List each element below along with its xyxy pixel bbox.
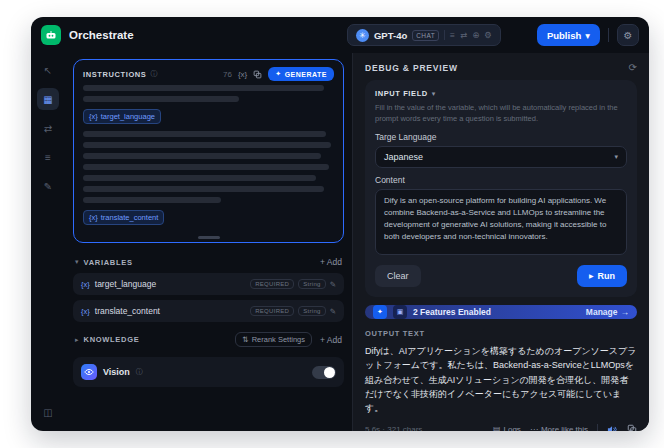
- vision-eye-icon: [81, 364, 97, 380]
- instructions-title: INSTRUCTIONS: [83, 70, 146, 79]
- edit-variable-icon[interactable]: ✎: [330, 307, 336, 316]
- skeleton-line: [83, 175, 316, 181]
- variable-chip[interactable]: {x} target_language: [83, 109, 161, 124]
- output-text: Difyは、AIアプリケーションを構築するためのオープンソースプラットフォームで…: [365, 344, 637, 416]
- variables-title: VARIABLES: [84, 258, 133, 267]
- variable-icon: {x}: [81, 280, 90, 289]
- variable-row[interactable]: {x} target_language REQUIRED String ✎: [73, 273, 344, 295]
- speaker-icon[interactable]: [607, 424, 618, 431]
- variable-chip-label: translate_content: [101, 213, 159, 222]
- required-badge: REQUIRED: [250, 306, 294, 316]
- divider: [608, 28, 609, 42]
- skeleton-line: [83, 85, 324, 91]
- add-knowledge-button[interactable]: + Add: [320, 335, 342, 345]
- skeleton-line: [83, 96, 239, 102]
- insert-variable-icon[interactable]: {x}: [238, 70, 247, 79]
- variables-header[interactable]: ▾ VARIABLES + Add: [73, 252, 344, 273]
- vision-label: Vision: [103, 367, 130, 377]
- publish-label: Publish: [547, 30, 581, 41]
- app-logo-icon[interactable]: [41, 25, 61, 45]
- collapse-panel-icon[interactable]: ◫: [37, 401, 59, 423]
- vision-feature-row: Vision ⓘ: [73, 357, 344, 387]
- gear-icon: ⚙: [624, 30, 633, 41]
- main-content: ↖ ▦ ⇄ ≡ ✎ ◫ INSTRUCTIONS ⓘ 76 {x}: [31, 53, 649, 431]
- input-field-header[interactable]: INPUT FIELD ▾: [375, 89, 627, 98]
- nav-annotation-icon[interactable]: ✎: [37, 175, 59, 197]
- type-badge: String: [298, 306, 325, 316]
- model-selector[interactable]: ✳ GPT-4o CHAT ≡ ⇄ ⊕ ⚙: [347, 24, 501, 46]
- copy-icon[interactable]: [253, 70, 262, 79]
- skeleton-line: [83, 131, 326, 137]
- params-icon[interactable]: ≡: [450, 30, 455, 40]
- nav-api-icon[interactable]: ⇄: [37, 117, 59, 139]
- divider: [444, 30, 445, 40]
- variable-row[interactable]: {x} translate_content REQUIRED String ✎: [73, 300, 344, 322]
- logs-button[interactable]: ▤ Logs: [493, 425, 521, 431]
- chevron-down-icon: ▾: [585, 30, 590, 41]
- more-like-this-button[interactable]: ⋯ More like this: [530, 425, 588, 431]
- debug-header: DEBUG & PREVIEW ⟳: [365, 62, 637, 73]
- instructions-editor[interactable]: INSTRUCTIONS ⓘ 76 {x} ✦ GENERATE: [73, 59, 344, 243]
- toggle-knob: [324, 367, 335, 378]
- nav-logs-icon[interactable]: ≡: [37, 146, 59, 168]
- app-window: Orchestrate ✳ GPT-4o CHAT ≡ ⇄ ⊕ ⚙ Publis…: [31, 17, 649, 431]
- rerank-settings-button[interactable]: ⇅ Rerank Settings: [235, 332, 312, 347]
- debug-panel: DEBUG & PREVIEW ⟳ INPUT FIELD ▾ Fill in …: [352, 53, 649, 431]
- sparkle-icon: ✦: [275, 70, 281, 78]
- variable-icon: {x}: [89, 213, 98, 222]
- rerank-icon: ⇅: [242, 335, 248, 344]
- variable-icon: {x}: [89, 112, 98, 121]
- arrow-right-icon: →: [621, 307, 630, 317]
- manage-features-button[interactable]: Manage →: [586, 307, 629, 317]
- input-field-description: Fill in the value of the variable, which…: [375, 103, 627, 125]
- input-field-title: INPUT FIELD: [375, 89, 428, 98]
- features-bar[interactable]: ✦ ▣ 2 Features Enabled Manage →: [365, 305, 637, 319]
- divider: [597, 424, 598, 431]
- publish-button[interactable]: Publish ▾: [537, 24, 600, 46]
- generate-button[interactable]: ✦ GENERATE: [268, 67, 334, 81]
- run-button[interactable]: ▶ Run: [577, 265, 627, 287]
- logs-icon: ▤: [493, 425, 501, 431]
- resize-handle[interactable]: [198, 236, 220, 239]
- content-label: Content: [375, 175, 627, 185]
- variable-chip[interactable]: {x} translate_content: [83, 210, 164, 225]
- rerank-label: Rerank Settings: [252, 335, 305, 344]
- skeleton-line: [83, 197, 221, 203]
- info-icon: ⓘ: [150, 69, 157, 79]
- variable-name: target_language: [95, 279, 156, 289]
- nav-pointer-icon[interactable]: ↖: [37, 59, 59, 81]
- nav-orchestrate-icon[interactable]: ▦: [37, 88, 59, 110]
- variable-chip-label: target_language: [101, 112, 155, 121]
- target-language-select[interactable]: Japanese ▾: [375, 146, 627, 168]
- chevron-right-icon: ▸: [75, 336, 79, 344]
- header-actions: Publish ▾ ⚙: [537, 24, 639, 46]
- knowledge-header[interactable]: ▸ KNOWLEDGE ⇅ Rerank Settings + Add: [73, 327, 344, 353]
- instructions-header: INSTRUCTIONS ⓘ 76 {x} ✦ GENERATE: [83, 67, 334, 81]
- more-like-this-label: More like this: [541, 425, 588, 431]
- generate-label: GENERATE: [285, 71, 327, 78]
- add-param-icon[interactable]: ⊕: [472, 30, 479, 40]
- edit-variable-icon[interactable]: ✎: [330, 280, 336, 289]
- feature-model-icon: ✦: [373, 305, 387, 319]
- debug-title: DEBUG & PREVIEW: [365, 63, 458, 73]
- dots-icon: ⋯: [530, 425, 538, 431]
- type-badge: String: [298, 279, 325, 289]
- target-language-label: Targe Language: [375, 132, 627, 142]
- add-variable-button[interactable]: + Add: [320, 257, 342, 267]
- features-count-label: 2 Features Enabled: [413, 307, 491, 317]
- model-settings-icon[interactable]: ⚙: [484, 30, 492, 40]
- chevron-down-icon: ▾: [75, 258, 79, 266]
- knowledge-title: KNOWLEDGE: [84, 335, 140, 344]
- skeleton-line: [83, 186, 324, 192]
- output-meta: 5.6s · 321 chars ▤ Logs ⋯ More like this: [365, 416, 637, 431]
- content-input[interactable]: Dify is an open-source platform for buil…: [375, 189, 627, 255]
- clear-button[interactable]: Clear: [375, 265, 421, 287]
- vision-toggle[interactable]: [312, 366, 336, 379]
- copy-output-icon[interactable]: [627, 424, 637, 431]
- app-settings-button[interactable]: ⚙: [617, 24, 639, 46]
- page-title: Orchestrate: [69, 29, 134, 41]
- refresh-icon[interactable]: ⟳: [629, 62, 637, 73]
- swap-model-icon[interactable]: ⇄: [460, 30, 467, 40]
- prompt-skeleton: {x} target_language {x} translate_conten…: [83, 85, 334, 233]
- output-stats: 5.6s · 321 chars: [365, 425, 422, 431]
